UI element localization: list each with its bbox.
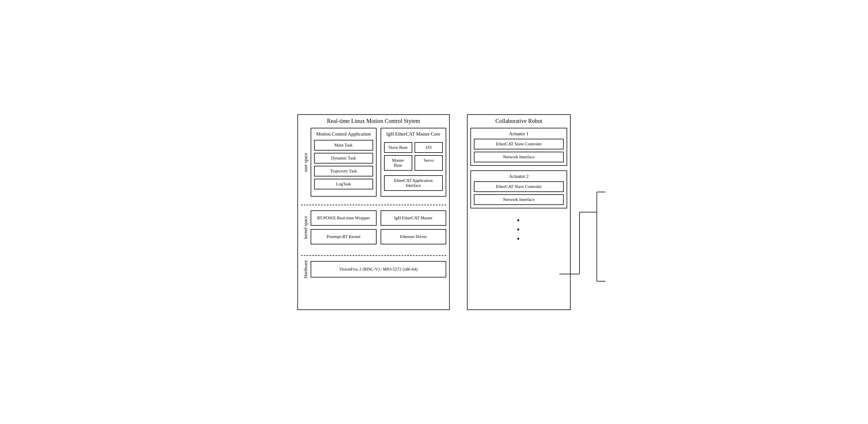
ethercat-app-interface-box: EhterCAT Application Interface (384, 175, 443, 191)
kernel-left-col: RT-POSIX Real-time Wrapper Preempt-RT Ke… (311, 210, 377, 244)
diagram-wrapper: Real-time Linux Motion Control Stytem us… (298, 114, 570, 310)
dot1: • (517, 216, 521, 225)
dot2: • (517, 225, 521, 234)
actuator2-box: Actuator 2 EtherCAT Slave Controler Netw… (470, 170, 567, 208)
preempt-rt-box: Preempt-RT Kernel (311, 229, 377, 244)
user-space-label: user space (301, 128, 311, 197)
rt-posix-box: RT-POSIX Real-time Wrapper (311, 210, 377, 226)
motion-app-title: Motion Control Application (314, 131, 373, 137)
master-base-box: Master Base (384, 155, 412, 171)
hardware-area: Hardware VisionFive 2 (RISC-V) / MIO-527… (301, 258, 446, 280)
trajectory-task-box: Trajectory Task (314, 166, 373, 176)
hardware-label: Hardware (301, 258, 311, 280)
kernel-inner: RT-POSIX Real-time Wrapper Preempt-RT Ke… (311, 207, 446, 247)
actuator2-network-box: Network Interface (474, 194, 564, 205)
right-system-box: Collaborative Robot Actuator 1 EtherCAT … (467, 114, 570, 310)
actuator2-controller-box: EtherCAT Slave Controler (474, 181, 564, 192)
left-system-box: Real-time Linux Motion Control Stytem us… (298, 114, 450, 310)
motion-app-box: Motion Control Application Main Task Dyn… (311, 128, 377, 197)
left-system-title: Real-time Linux Motion Control Stytem (301, 118, 446, 124)
robot-title: Collaborative Robot (470, 118, 567, 124)
actuator1-network-box: Network Interface (474, 152, 564, 162)
log-task-box: LogTask (314, 179, 373, 189)
connection-gap (450, 114, 458, 310)
dynamic-task-box: Dynamic Task (314, 153, 373, 163)
ethercat-row2: Master Base Servo (384, 155, 443, 171)
dashed-separator-2 (301, 255, 446, 256)
slave-base-box: Slave Base (384, 142, 412, 153)
actuator1-box: Actuator 1 EtherCAT Slave Controler Netw… (470, 128, 567, 166)
kernel-space-area: kernel space RT-POSIX Real-time Wrapper … (301, 207, 446, 253)
user-space-area: user space Motion Control Application Ma… (301, 128, 446, 202)
servo-box: Servo (414, 155, 443, 171)
kernel-space-label: kernel space (301, 207, 311, 247)
actuator2-title: Actuator 2 (474, 174, 564, 179)
main-task-box: Main Task (314, 140, 373, 151)
hardware-inner: VisionFive 2 (RISC-V) / MIO-5272 (x86-64… (311, 258, 446, 280)
dot3: • (517, 234, 521, 243)
actuator1-title: Actuator 1 (474, 131, 564, 136)
hardware-box: VisionFive 2 (RISC-V) / MIO-5272 (x86-64… (311, 261, 446, 278)
ethercat-core-title: IgH EtherCAT Master Core (384, 131, 443, 137)
dots-area: • • • (470, 213, 567, 247)
ethercat-core-box: IgH EtherCAT Master Core Slave Base I/O … (381, 128, 446, 197)
kernel-right-col: IgH EtherCAT Master Ethernet Driver (381, 210, 446, 244)
user-space-inner: Motion Control Application Main Task Dyn… (311, 128, 446, 197)
io-box: I/O (414, 142, 443, 153)
ethernet-driver-box: Ethernet Driver (381, 229, 446, 244)
igh-ethercat-master-box: IgH EtherCAT Master (381, 210, 446, 226)
actuator1-controller-box: EtherCAT Slave Controler (474, 139, 564, 150)
dashed-separator-1 (301, 205, 446, 205)
ethercat-row1: Slave Base I/O (384, 142, 443, 153)
connection-svg (450, 114, 458, 310)
